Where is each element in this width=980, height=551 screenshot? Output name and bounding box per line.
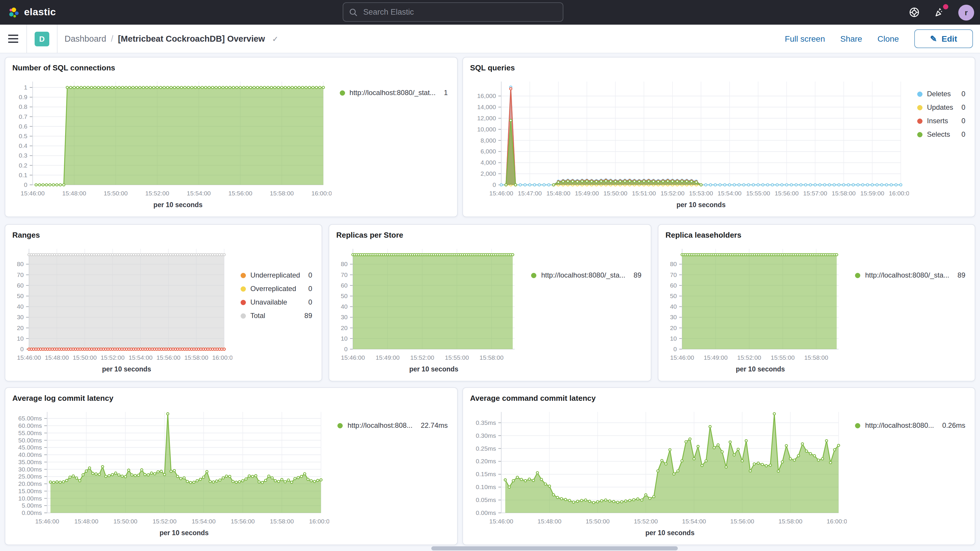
clone-button[interactable]: Clone <box>877 34 899 43</box>
chart-area: 16,00014,00012,00010,0008,0006,0004,0002… <box>470 75 968 212</box>
svg-text:15:48:00: 15:48:00 <box>74 518 98 525</box>
pencil-icon: ✎ <box>930 34 937 43</box>
legend-series-value: 0 <box>309 298 312 306</box>
panel-title: Replica leaseholders <box>665 231 968 239</box>
check-icon[interactable]: ✓ <box>272 34 278 43</box>
breadcrumb-dashboard-link[interactable]: Dashboard <box>65 34 106 43</box>
chart-canvas: 8070605040302010015:46:0015:48:0015:50:0… <box>12 242 232 376</box>
svg-text:0.25ms: 0.25ms <box>476 445 496 452</box>
svg-text:45.00ms: 45.00ms <box>18 444 42 451</box>
top-navbar: elastic <box>0 0 980 25</box>
chart-canvas: 16,00014,00012,00010,0008,0006,0004,0002… <box>470 75 909 212</box>
panel-title: Average command commit latency <box>470 394 968 403</box>
svg-text:15:48:00: 15:48:00 <box>45 354 69 361</box>
svg-text:20.00ms: 20.00ms <box>18 480 42 487</box>
svg-text:0.05ms: 0.05ms <box>476 497 496 503</box>
help-icon[interactable] <box>908 6 921 19</box>
panel-row: Number of SQL connections10.90.80.70.60.… <box>5 57 975 217</box>
svg-text:0.3: 0.3 <box>19 152 27 159</box>
svg-text:70: 70 <box>670 271 677 278</box>
chart-legend: http://localhost:8080/_stat...1 <box>331 75 450 102</box>
svg-text:10,000: 10,000 <box>477 126 496 133</box>
svg-text:50: 50 <box>670 293 677 299</box>
chart-area: 65.00ms60.00ms55.00ms50.00ms45.00ms40.00… <box>12 405 450 540</box>
legend-item[interactable]: Selects0 <box>917 130 965 139</box>
svg-text:20: 20 <box>670 325 677 331</box>
search-input[interactable] <box>362 7 557 17</box>
svg-text:15:52:00: 15:52:00 <box>101 354 125 361</box>
legend-item[interactable]: http://localhost:808...22.74ms <box>337 421 448 430</box>
svg-text:15:52:00: 15:52:00 <box>145 190 169 197</box>
legend-series-value: 0 <box>961 117 965 125</box>
legend-series-value: 89 <box>958 271 965 279</box>
legend-item[interactable]: Deletes0 <box>917 90 965 98</box>
svg-text:10: 10 <box>340 335 347 342</box>
share-button[interactable]: Share <box>840 34 862 43</box>
edit-button[interactable]: ✎ Edit <box>914 29 973 48</box>
legend-item[interactable]: Total89 <box>240 312 312 320</box>
svg-text:15:48:00: 15:48:00 <box>538 518 562 525</box>
legend-item[interactable]: Inserts0 <box>917 117 965 125</box>
chart-area: 0.35ms0.30ms0.25ms0.20ms0.15ms0.10ms0.05… <box>470 405 968 540</box>
chart-canvas: 0.35ms0.30ms0.25ms0.20ms0.15ms0.10ms0.05… <box>470 405 847 540</box>
svg-text:per 10 seconds: per 10 seconds <box>409 365 458 373</box>
svg-text:0.6: 0.6 <box>19 123 27 130</box>
legend-series-value: 0 <box>961 90 965 98</box>
chart-canvas: 8070605040302010015:46:0015:49:0015:52:0… <box>665 242 847 376</box>
svg-text:0.30ms: 0.30ms <box>476 432 496 439</box>
svg-text:10: 10 <box>670 335 677 342</box>
legend-item[interactable]: http://localhost:8080/_sta...89 <box>855 271 965 279</box>
svg-text:15:49:00: 15:49:00 <box>703 354 728 361</box>
svg-text:0.2: 0.2 <box>19 162 27 169</box>
legend-series-label: http://localhost:808... <box>347 421 412 430</box>
svg-text:15:55:00: 15:55:00 <box>445 354 469 361</box>
full-screen-button[interactable]: Full screen <box>785 34 825 43</box>
svg-text:0.00ms: 0.00ms <box>22 510 42 516</box>
svg-text:0.15ms: 0.15ms <box>476 471 496 477</box>
dashboard-badge[interactable]: D <box>35 32 49 46</box>
legend-item[interactable]: http://localhost:8080...0.26ms <box>855 421 965 430</box>
legend-item[interactable]: http://localhost:8080/_stat...1 <box>339 89 448 97</box>
svg-text:15:48:00: 15:48:00 <box>546 190 570 197</box>
svg-text:15:50:00: 15:50:00 <box>113 518 138 525</box>
svg-text:0.35ms: 0.35ms <box>476 419 496 426</box>
legend-series-value: 0 <box>961 130 965 139</box>
timeseries-chart: 8070605040302010015:46:0015:48:0015:50:0… <box>12 242 232 376</box>
timeseries-chart: 65.00ms60.00ms55.00ms50.00ms45.00ms40.00… <box>12 405 329 540</box>
svg-text:16:00:00: 16:00:00 <box>309 518 329 525</box>
menu-icon[interactable] <box>8 35 18 43</box>
legend-item[interactable]: Overreplicated0 <box>240 285 312 293</box>
user-avatar[interactable]: r <box>958 5 974 20</box>
svg-text:0.9: 0.9 <box>19 94 27 100</box>
legend-series-dot-icon <box>337 423 343 428</box>
elastic-brand[interactable]: elastic <box>0 6 56 18</box>
svg-text:80: 80 <box>17 261 24 267</box>
svg-text:16:00:00: 16:00:00 <box>311 190 332 197</box>
legend-series-label: Total <box>250 312 265 320</box>
legend-item[interactable]: Unavailable0 <box>240 298 312 306</box>
chart-area: 8070605040302010015:46:0015:49:0015:52:0… <box>336 242 644 376</box>
news-icon[interactable] <box>933 6 946 19</box>
svg-text:15:54:00: 15:54:00 <box>192 518 216 525</box>
svg-text:12,000: 12,000 <box>477 115 496 121</box>
horizontal-scrollbar[interactable] <box>431 546 678 550</box>
global-search[interactable] <box>343 2 563 22</box>
chart-legend: Deletes0Updates0Inserts0Selects0 <box>909 75 968 144</box>
legend-series-label: Updates <box>927 103 953 111</box>
svg-text:15:50:00: 15:50:00 <box>103 190 127 197</box>
svg-text:per 10 seconds: per 10 seconds <box>102 365 151 373</box>
svg-text:30.00ms: 30.00ms <box>18 466 42 473</box>
legend-item[interactable]: http://localhost:8080/_sta...89 <box>531 271 641 279</box>
legend-series-value: 1 <box>444 89 448 97</box>
chart-area: 8070605040302010015:46:0015:48:0015:50:0… <box>12 242 315 376</box>
svg-text:25.00ms: 25.00ms <box>18 473 42 480</box>
svg-text:6,000: 6,000 <box>480 148 496 154</box>
legend-item[interactable]: Underreplicated0 <box>240 271 312 279</box>
timeseries-chart: 16,00014,00012,00010,0008,0006,0004,0002… <box>470 75 909 212</box>
svg-text:40: 40 <box>17 303 24 310</box>
svg-text:10.00ms: 10.00ms <box>18 495 42 502</box>
svg-text:15:57:00: 15:57:00 <box>803 190 827 197</box>
legend-series-dot-icon <box>240 272 246 278</box>
legend-series-dot-icon <box>917 118 922 124</box>
legend-item[interactable]: Updates0 <box>917 103 965 111</box>
